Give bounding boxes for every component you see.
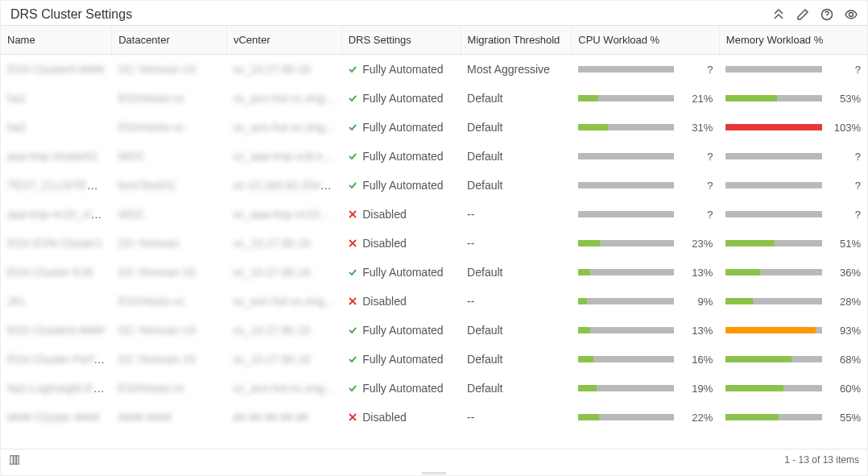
col-header-memory[interactable]: Memory Workload % [719,26,867,55]
drs-status-text: Disabled [362,411,406,424]
progress-bar-track [578,124,675,130]
table-row[interactable]: aaa-tmp-cluster01WDCvc_aaa-tmp-vc8.e...F… [1,142,867,171]
vcenter-name: vc_10.27.80.19 [233,63,310,76]
progress-bar-fill [725,298,752,304]
edit-icon[interactable] [796,8,809,21]
col-header-datacenter[interactable]: Datacenter [112,26,227,55]
table-row[interactable]: #### Cluster ######## ###### ## ## ## ##… [1,403,867,432]
cluster-name: #### Cluster #### [7,411,99,424]
vcenter-name: vc_avn-hst-vc.eng... [233,121,333,134]
widget-footer: 1 - 13 of 13 items [1,449,867,470]
item-count: 1 - 13 of 13 items [784,454,859,466]
workload-value: 68% [830,354,861,366]
progress-bar-track [578,269,675,275]
workload-value: 55% [830,412,861,424]
progress-bar-track [725,385,822,391]
progress-bar-track [725,95,822,101]
progress-bar-fill [725,327,815,333]
help-icon[interactable] [820,8,833,21]
progress-bar-fill [725,269,760,275]
progress-bar-track [725,327,822,333]
table-row[interactable]: ESX-Cluster-PerfT...DC-Yerevan-19vc_10.2… [1,345,867,374]
table-row[interactable]: ESX-Cluster4-####DC-Yerevan-19vc_10.27.8… [1,316,867,345]
progress-bar-fill [578,95,598,101]
workload-value: ? [830,180,861,192]
collapse-icon[interactable] [772,8,785,21]
vcenter-name: vc_10.27.80.19 [233,266,310,279]
cluster-name: ESX-Cluster-K26 [7,266,93,279]
table-row[interactable]: ESX-Cluster0-####DC-Yerevan-19vc_10.27.8… [1,55,867,84]
progress-bar-indeterminate [725,66,822,72]
drs-status-text: Fully Automated [362,150,443,163]
x-icon [348,296,358,306]
drs-status-text: Disabled [362,295,406,308]
migration-threshold: Default [467,179,502,192]
table-body[interactable]: ESX-Cluster0-####DC-Yerevan-19vc_10.27.8… [1,55,867,441]
workload-value: ? [682,64,713,76]
table-row[interactable]: ha2-LogInsight-ESXESXHosts-vcvc_avn-hst-… [1,374,867,403]
drs-status-text: Fully Automated [362,63,443,76]
table-row[interactable]: TEST_CLUSTER_2funcTestDCvc-10.160.82.254… [1,171,867,200]
table-row[interactable]: ESX-EVN-Cluster1DC-Yerevanvc_10.27.80.19… [1,229,867,258]
datacenter-name: DC-Yerevan-19 [118,324,196,337]
workload-value: 103% [830,122,861,134]
col-header-cpu[interactable]: CPU Workload % [572,26,720,55]
drs-status-text: Fully Automated [362,92,443,105]
cluster-name: aaa-tmp-cluster01 [7,150,98,163]
migration-threshold: Most Aggressive [467,63,550,76]
progress-bar-indeterminate [725,182,822,188]
svg-rect-13 [17,456,19,465]
progress-bar-fill [725,356,791,362]
workload-value: 60% [830,383,861,395]
col-header-name[interactable]: Name [1,26,112,55]
svg-point-2 [849,13,854,17]
table-row[interactable]: JKLESXHosts-vcvc_avn-hst-vc.eng...Disabl… [1,287,867,316]
progress-bar-track [578,95,675,101]
table-row[interactable]: ha1ESXHosts-vcvc_avn-hst-vc.eng...Fully … [1,84,867,113]
table-row[interactable]: aaa-tmp-vc10_clu...WDCvc_aaa-tmp-vc10...… [1,200,867,229]
visibility-icon[interactable] [845,8,858,21]
vcenter-name: vc_aaa-tmp-vc10... [233,208,329,221]
vcenter-name: vc_avn-hst-vc.eng... [233,382,333,395]
workload-value: 16% [682,354,713,366]
resize-handle[interactable] [1,470,867,475]
check-icon [348,151,358,161]
col-header-vcenter[interactable]: vCenter [226,26,341,55]
table-row[interactable]: ha2ESXHosts-vcvc_avn-hst-vc.eng...Fully … [1,113,867,142]
progress-bar-indeterminate [578,211,675,217]
workload-value: 23% [682,238,713,250]
progress-bar-fill [578,124,608,130]
drs-status-text: Fully Automated [362,179,443,192]
col-header-migration[interactable]: Migration Threshold [461,26,572,55]
datacenter-name: ESXHosts-vc [118,92,184,105]
datacenter-name: DC-Yerevan [118,237,180,250]
workload-value: 93% [830,325,861,337]
migration-threshold: Default [467,121,502,134]
drs-status-text: Fully Automated [362,324,443,337]
progress-bar-fill [725,414,779,420]
svg-rect-12 [14,456,16,465]
cluster-name: TEST_CLUSTER_2 [7,179,107,192]
svg-rect-11 [10,456,14,465]
progress-bar-fill [578,327,591,333]
progress-bar-fill [578,414,599,420]
datacenter-name: ESXHosts-vc [118,382,184,395]
table-row[interactable]: ESX-Cluster-K26DC-Yerevan-19vc_10.27.80.… [1,258,867,287]
migration-threshold: Default [467,150,502,163]
drs-status-text: Disabled [362,237,406,250]
migration-threshold: Default [467,353,502,366]
drs-status-text: Fully Automated [362,353,443,366]
progress-bar-track [725,269,822,275]
cluster-name: ha2-LogInsight-ESX [7,382,108,395]
check-icon [348,64,358,74]
check-icon [348,267,358,277]
workload-value: ? [682,180,713,192]
column-picker-icon[interactable] [9,454,20,466]
datacenter-name: DC-Yerevan-19 [118,63,196,76]
col-header-drs[interactable]: DRS Settings [341,26,461,55]
x-icon [348,209,358,219]
table-header: Name Datacenter vCenter DRS Settings Mig… [1,25,867,55]
progress-bar-fill [578,269,591,275]
cluster-name: ESX-Cluster4-#### [7,324,105,337]
progress-bar-track [725,356,822,362]
